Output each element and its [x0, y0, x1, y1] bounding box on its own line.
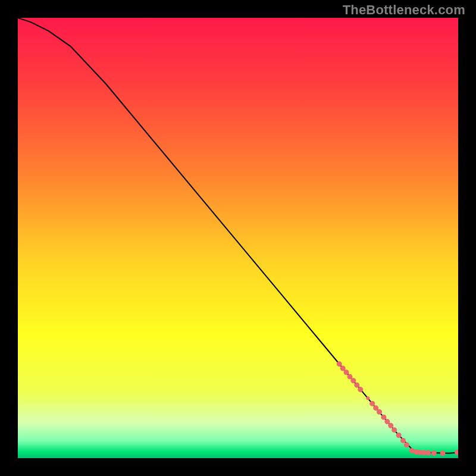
scatter-point — [431, 450, 437, 456]
scatter-point — [400, 438, 406, 443]
plot-area — [18, 18, 458, 458]
gradient-background — [18, 18, 458, 458]
scatter-point — [337, 361, 342, 367]
scatter-point — [440, 450, 446, 456]
scatter-point — [358, 387, 363, 392]
scatter-point — [350, 378, 356, 383]
scatter-point — [377, 409, 382, 415]
chart-svg — [18, 18, 458, 458]
chart-container: TheBottleneck.com — [0, 0, 476, 476]
scatter-point — [366, 396, 369, 400]
scatter-point — [354, 383, 359, 388]
scatter-point — [381, 415, 386, 420]
scatter-point — [388, 423, 393, 428]
scatter-point — [392, 427, 397, 433]
scatter-point — [425, 450, 431, 456]
scatter-point — [344, 369, 349, 375]
scatter-point — [396, 433, 402, 438]
scatter-point — [369, 401, 375, 406]
scatter-point — [404, 442, 409, 447]
attribution-text: TheBottleneck.com — [343, 2, 465, 18]
